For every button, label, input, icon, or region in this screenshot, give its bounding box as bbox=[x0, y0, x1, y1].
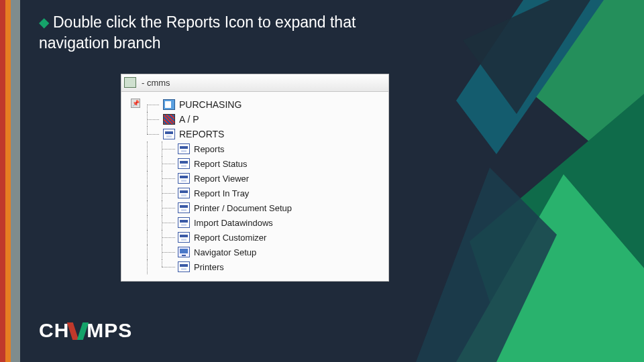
accent-bar-orange bbox=[5, 0, 11, 362]
cmms-window: - cmms 📌 PURCHASINGA / PREPORTSReportsRe… bbox=[121, 74, 389, 282]
printer-icon bbox=[178, 202, 190, 213]
tree-node-report-viewer[interactable]: Report Viewer bbox=[143, 171, 384, 186]
tree-node-reports[interactable]: Reports bbox=[143, 141, 384, 156]
pin-icon[interactable]: 📌 bbox=[131, 99, 140, 108]
tree-node-a-p[interactable]: A / P bbox=[143, 112, 384, 127]
tree-node-label: Report Viewer bbox=[194, 174, 249, 184]
stripes-icon bbox=[163, 114, 175, 125]
svg-marker-3 bbox=[456, 0, 604, 154]
tree-node-report-status[interactable]: Report Status bbox=[143, 156, 384, 171]
printer-icon bbox=[178, 232, 190, 243]
tree-node-label: Report In Tray bbox=[194, 188, 249, 198]
logo-a-icon bbox=[70, 322, 86, 340]
tree-node-reports[interactable]: REPORTS bbox=[143, 127, 384, 141]
tree-node-printer-document-setup[interactable]: Printer / Document Setup bbox=[143, 200, 384, 215]
svg-marker-5 bbox=[463, 0, 590, 114]
tree-node-printers[interactable]: Printers bbox=[143, 259, 384, 274]
tree-node-label: A / P bbox=[179, 114, 199, 125]
svg-marker-1 bbox=[470, 94, 644, 362]
heading-text: Double click the Reports Icon to expand … bbox=[39, 13, 356, 52]
tree-node-label: Printer / Document Setup bbox=[194, 203, 292, 213]
tree-node-purchasing[interactable]: PURCHASING bbox=[143, 97, 384, 112]
logo-part1: CH bbox=[39, 319, 69, 341]
slide-heading: ◆Double click the Reports Icon to expand… bbox=[39, 12, 396, 54]
printer-icon bbox=[178, 143, 190, 154]
tree-node-label: Navigator Setup bbox=[194, 247, 256, 257]
svg-marker-4 bbox=[416, 168, 557, 362]
window-title: - cmms bbox=[142, 78, 170, 88]
printer-icon bbox=[178, 217, 190, 228]
tree-node-label: Import Datawindows bbox=[194, 218, 273, 228]
window-titlebar[interactable]: - cmms bbox=[121, 74, 388, 92]
svg-marker-2 bbox=[456, 174, 644, 362]
tree-node-report-in-tray[interactable]: Report In Tray bbox=[143, 186, 384, 200]
printer-icon bbox=[178, 188, 190, 198]
navigator-tree: 📌 PURCHASINGA / PREPORTSReportsReport St… bbox=[121, 92, 388, 281]
champs-logo: CHMPS bbox=[39, 319, 132, 342]
background-shapes bbox=[416, 0, 644, 362]
tree-node-label: Report Customizer bbox=[194, 233, 266, 243]
tree-node-label: Reports bbox=[194, 144, 225, 154]
printer-icon bbox=[178, 173, 190, 184]
tree-node-report-customizer[interactable]: Report Customizer bbox=[143, 230, 384, 245]
bullet-icon: ◆ bbox=[39, 13, 49, 32]
window-app-icon bbox=[125, 78, 136, 88]
logo-part2: MPS bbox=[87, 319, 132, 341]
printer-icon bbox=[178, 158, 190, 169]
tree-node-label: REPORTS bbox=[179, 129, 224, 139]
accent-bar-grey bbox=[11, 0, 20, 362]
svg-marker-0 bbox=[517, 0, 644, 188]
tree-node-import-datawindows[interactable]: Import Datawindows bbox=[143, 215, 384, 230]
tree-node-navigator-setup[interactable]: Navigator Setup bbox=[143, 245, 384, 259]
tree-node-label: Printers bbox=[194, 262, 224, 272]
accent-bar-red bbox=[0, 0, 5, 362]
printer-icon bbox=[163, 129, 175, 139]
monitor-icon bbox=[178, 247, 190, 257]
sheet-icon bbox=[163, 99, 175, 110]
tree-node-label: Report Status bbox=[194, 159, 248, 169]
printer-icon bbox=[178, 261, 190, 272]
tree-node-label: PURCHASING bbox=[179, 99, 241, 110]
